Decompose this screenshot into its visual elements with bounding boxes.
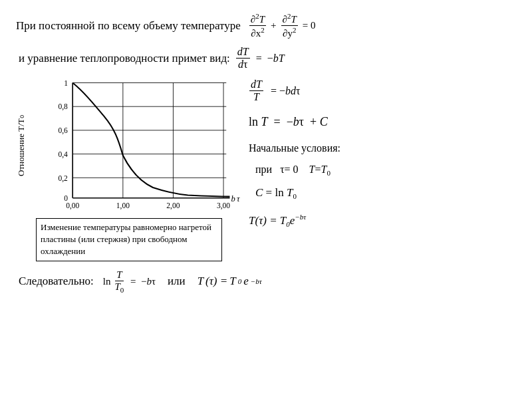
sledovatelno-label: Следовательно: xyxy=(19,275,94,288)
svg-text:0,2: 0,2 xyxy=(58,174,68,183)
svg-text:0,4: 0,4 xyxy=(58,150,68,159)
frac-d2T-dx2: ∂2T ∂x2 xyxy=(249,12,266,39)
top-line: При постоянной по всему объему температу… xyxy=(16,12,516,39)
nachalnie-label: Начальные условия: xyxy=(249,142,516,154)
formula-ln-ratio: ln T T0 = −bτ xyxy=(103,269,156,294)
svg-text:τ: τ xyxy=(237,194,240,203)
chart-container: Отношение T/T₀ xyxy=(36,76,242,215)
svg-text:1: 1 xyxy=(64,79,68,87)
formula-line-3: ln T = −bτ + C xyxy=(249,115,516,129)
formula-T-tau-bottom: T(τ) = T0e−bτ xyxy=(198,275,262,288)
svg-text:0,8: 0,8 xyxy=(58,102,68,111)
chart-caption: Изменение температуры равномерно нагрето… xyxy=(36,218,222,261)
formula-T-tau: T(τ) = T0e−bτ xyxy=(249,213,516,228)
pri-line: при τ= 0 T=T0 xyxy=(255,164,516,177)
chart-ylabel: Отношение T/T₀ xyxy=(16,76,27,215)
svg-text:0: 0 xyxy=(64,194,68,202)
svg-text:b: b xyxy=(231,194,235,203)
left-side: Отношение T/T₀ xyxy=(16,76,242,261)
svg-text:0,6: 0,6 xyxy=(58,126,68,135)
bottom-section: Следовательно: ln T T0 = −bτ или T(τ) = … xyxy=(16,269,516,294)
top-formula: ∂2T ∂x2 + ∂2T ∂y2 = 0 xyxy=(249,12,316,39)
top-text: При постоянной по всему объему температу… xyxy=(16,19,241,33)
main-content: Отношение T/T₀ xyxy=(16,76,516,261)
svg-text:2,00: 2,00 xyxy=(166,202,180,211)
page: При постоянной по всему объему температу… xyxy=(0,0,532,399)
formula-dT-dtau: dT dτ = −bT xyxy=(235,46,285,70)
formula-C-lnT0: C = ln T0 xyxy=(255,186,516,200)
svg-text:0,00: 0,00 xyxy=(66,202,79,211)
second-text: и уравнение теплопроводности примет вид: xyxy=(19,52,230,65)
second-line: и уравнение теплопроводности примет вид:… xyxy=(16,46,516,70)
formula-line-2: dT T = −bdτ xyxy=(249,78,516,103)
svg-text:1,00: 1,00 xyxy=(116,202,130,211)
svg-text:3,00: 3,00 xyxy=(217,202,230,211)
frac-d2T-dy2: ∂2T ∂y2 xyxy=(281,12,298,39)
chart-svg: 1 0,8 0,6 0,4 0,2 0 0,00 1,00 2,00 3,00 … xyxy=(36,76,242,215)
ili-label: или xyxy=(168,275,186,288)
right-side: dT T = −bdτ ln T = −bτ + C Начальные усл… xyxy=(249,76,516,261)
